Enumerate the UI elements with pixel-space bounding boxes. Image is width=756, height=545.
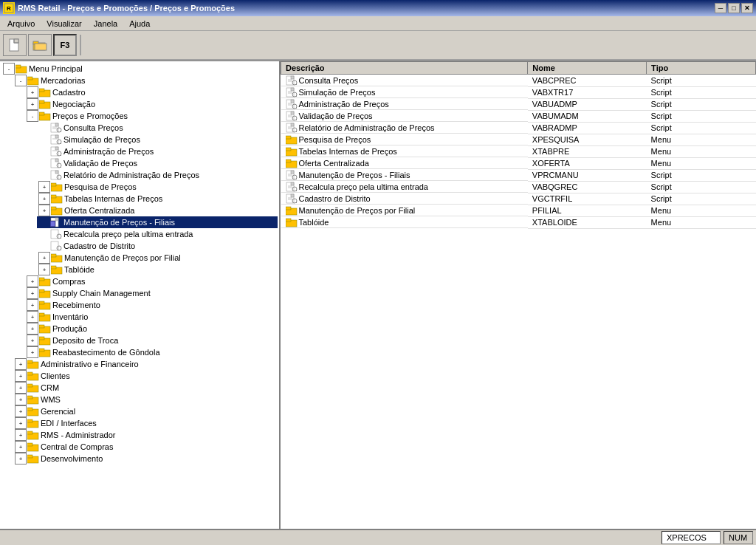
menu-janela[interactable]: Janela [88,18,123,30]
tabelas-folder-icon [51,193,63,204]
table-row[interactable]: Manutenção de Preços por FilialPFILIALMe… [281,205,756,216]
svg-rect-130 [286,160,291,162]
menu-ajuda[interactable]: Ajuda [123,18,156,30]
tree-row-negociacao[interactable]: + Negociação [25,98,278,110]
expand-admin-financeiro[interactable]: + [15,358,27,370]
tree-row-wms[interactable]: + WMS [13,394,278,405]
cell-nome: VABUADMP [528,98,647,110]
table-row[interactable]: Cadastro de DistritoVGCTRFILScript [281,193,756,205]
table-row[interactable]: Recalcula preço pela ultima entradaVABQG… [281,181,756,193]
expand-recebimento[interactable]: + [27,299,38,311]
tree-row-admin-precos[interactable]: Administração de Preços [37,145,278,157]
tree-row-tabelas[interactable]: + Tabelas Internas de Preços [37,193,278,205]
expand-edi[interactable]: + [15,417,27,429]
svg-rect-46 [51,207,56,210]
table-row[interactable]: Consulta PreçosVABCPRECScript [281,75,756,87]
expand-inventario[interactable]: + [27,311,38,323]
tree-row-admin-financeiro[interactable]: + Administrativo e Financeiro [13,358,278,370]
tree-row-recalcula[interactable]: Recalcula preço pela ultima entrada [37,228,278,240]
new-doc-button[interactable] [3,34,27,56]
tree-row-gerencial[interactable]: + Gerencial [13,405,278,417]
expand-gerencial[interactable]: + [15,405,27,417]
expand-cadastro[interactable]: + [27,86,38,98]
tree-row-tabloide[interactable]: + Tablóide [37,264,278,275]
table-row[interactable]: Pesquisa de PreçosXPESQUISAMenu [281,134,756,145]
expand-desenvolvimento[interactable]: + [15,453,27,465]
tree-row-simulacao[interactable]: Simulação de Preços [37,134,278,145]
tree-row-desenvolvimento[interactable]: + Desenvolvimento [13,453,278,465]
tree-row-crm[interactable]: + CRM [13,382,278,394]
cell-descricao-text: Oferta Centralizada [299,159,369,168]
cell-nome: VABQGREC [528,181,647,193]
tree-row-root[interactable]: - Menu Principal [1,63,278,75]
close-button[interactable]: ✕ [741,3,753,13]
tree-row-pesquisa[interactable]: + Pesquisa de Preços [37,181,278,193]
tree-row-relatorio[interactable]: Relatório de Administração de Preços [37,169,278,181]
tree-row-edi[interactable]: + EDI / Interfaces [13,417,278,429]
expand-producao[interactable]: + [27,323,38,335]
tree-row-compras[interactable]: + Compras [25,275,278,287]
table-row[interactable]: Simulação de PreçosVABXTR17Script [281,86,756,98]
tree-row-deposito[interactable]: + Deposito de Troca [25,335,278,346]
expand-deposito[interactable]: + [27,335,38,346]
tree-row-cadastro-distrito[interactable]: Cadastro de Distrito [37,240,278,252]
tree-row-reabastecimento[interactable]: + Reabastecimento de Gôndola [25,346,278,358]
expand-pesquisa[interactable]: + [38,181,50,193]
f3-button[interactable]: F3 [53,34,77,56]
tree-row-central-compras[interactable]: + Central de Compras [13,441,278,453]
expand-crm[interactable]: + [15,382,27,394]
expand-clientes[interactable]: + [15,370,27,382]
table-row[interactable]: Oferta CentralizadaXOFERTAMenu [281,157,756,169]
clientes-label: Clientes [41,371,70,380]
svg-rect-144 [291,194,294,197]
tree-row-oferta[interactable]: + Oferta Centralizada [37,205,278,216]
minimize-button[interactable]: ─ [715,3,726,13]
expand-rms-admin[interactable]: + [15,429,27,441]
table-row[interactable]: Relatório de Administração de PreçosVABR… [281,122,756,134]
tree-row-inventario[interactable]: + Inventário [25,311,278,323]
expand-reabastecimento[interactable]: + [27,346,38,358]
cell-descricao-text: Cadastro de Distrito [299,194,371,203]
tree-row-recebimento[interactable]: + Recebimento [25,299,278,311]
tree-row-mercadorias[interactable]: - Mercadorias [13,75,278,86]
tree-row-precos[interactable]: - Preços e Promoções [25,110,278,122]
tree-row-supply-chain[interactable]: + Supply Chain Management [25,287,278,299]
window-title: RMS Retail - Preços e Promoções / Preços… [18,4,235,13]
tree-row-manutencao-filiais[interactable]: Manutenção de Preços - Filiais [37,216,278,228]
gerencial-label: Gerencial [41,407,75,416]
expand-manutencao-filial[interactable]: + [38,252,50,264]
expand-central-compras[interactable]: + [15,441,27,453]
tree-row-validacao[interactable]: Validação de Preços [37,157,278,169]
expand-negociacao[interactable]: + [27,98,38,110]
cell-nome: VABUMADM [528,110,647,122]
expand-tabelas[interactable]: + [38,193,50,205]
tree-row-producao[interactable]: + Produção [25,323,278,335]
expand-oferta[interactable]: + [38,205,50,216]
svg-line-27 [61,143,61,144]
tree-row-cadastro[interactable]: + Cadastro [25,86,278,98]
menu-arquivo[interactable]: Arquivo [1,18,41,30]
svg-rect-138 [291,182,294,185]
svg-line-100 [296,84,297,85]
expand-supply-chain[interactable]: + [27,287,38,299]
table-row[interactable]: Tabelas Internas de PreçosXTABPREMenu [281,145,756,157]
expand-precos[interactable]: - [27,110,38,122]
table-row[interactable]: TablóideXTABLOIDEMenu [281,216,756,228]
expand-wms[interactable]: + [15,394,27,405]
tree-row-manutencao-filial[interactable]: + Manutenção de Preços por Filial [37,252,278,264]
expand-mercadorias[interactable]: - [15,75,27,86]
expand-compras[interactable]: + [27,275,38,287]
expand-root[interactable]: - [3,63,15,75]
menu-visualizar[interactable]: Visualizar [41,18,88,30]
tree-row-consulta-precos[interactable]: Consulta Preços [37,122,278,134]
maximize-button[interactable]: □ [728,3,740,13]
expand-tabloide[interactable]: + [38,264,50,275]
table-row[interactable]: Validação de PreçosVABUMADMScript [281,110,756,122]
open-folder-button[interactable] [28,34,52,56]
tree-row-clientes[interactable]: + Clientes [13,370,278,382]
table-row[interactable]: Manutenção de Preços - FiliaisVPRCMANUSc… [281,169,756,181]
cell-descricao-text: Consulta Preços [299,76,359,85]
tree-row-rms-admin[interactable]: + RMS - Administrador [13,429,278,441]
table-row[interactable]: Administração de PreçosVABUADMPScript [281,98,756,110]
crm-folder-icon [27,383,39,393]
